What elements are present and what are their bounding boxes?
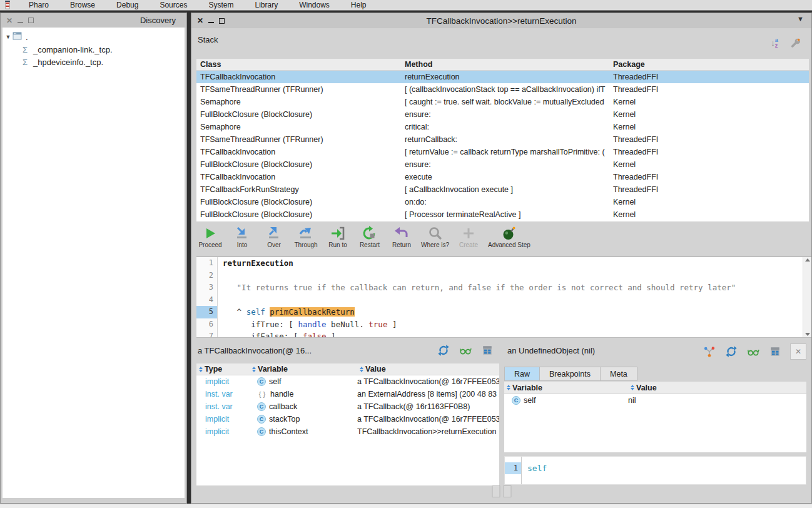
page-icon[interactable] [492, 485, 500, 497]
code-line[interactable]: returnExecution [223, 257, 803, 270]
toolbar-button-label: Where is? [421, 241, 449, 248]
code-line[interactable] [223, 294, 803, 307]
menu-item-library[interactable]: Library [251, 1, 282, 9]
browse-button[interactable] [480, 343, 494, 357]
stack-frame-row[interactable]: Semaphore[ caught := true. self wait. bl… [196, 96, 809, 108]
debugger-titlebar[interactable]: TFCallbackInvocation>>returnExecution ✕ … [191, 13, 811, 28]
column-header-value[interactable]: Value [357, 365, 499, 373]
inspector-editor-code[interactable]: self [522, 457, 547, 484]
through-button[interactable]: Through [293, 226, 318, 248]
stack-cell-method: on:do: [401, 198, 609, 206]
page-icon[interactable] [503, 485, 511, 497]
close-icon[interactable]: ✕ [197, 17, 203, 24]
tab-breakpoints[interactable]: Breakpoints [539, 367, 600, 381]
glasses-button[interactable] [746, 345, 760, 358]
variable-row[interactable]: inst. varCcallbacka TFCallback(@ 16r1163… [196, 400, 499, 413]
menu-item-browse[interactable]: Browse [66, 1, 99, 9]
where-is--button[interactable]: Where is? [421, 226, 449, 248]
proceed-button[interactable]: Proceed [198, 226, 223, 248]
close-icon[interactable]: ✕ [6, 17, 13, 24]
run-to-button[interactable]: Run to [325, 226, 350, 248]
code-editor[interactable]: 1234567 returnExecution "It returns true… [196, 257, 811, 338]
stack-frame-row[interactable]: TFCallbackInvocationreturnExecutionThrea… [196, 71, 809, 83]
code-line[interactable] [223, 270, 803, 282]
refresh-button[interactable] [437, 343, 450, 357]
inspector-right-title: an UndefinedObject (nil) [507, 346, 595, 355]
code-line[interactable]: ifTrue: [ handle beNull. true ] [223, 318, 803, 331]
menu-item-windows[interactable]: Windows [295, 1, 333, 9]
stack-frame-row[interactable]: FullBlockClosure (BlockClosure)[ Process… [196, 208, 809, 221]
column-header-variable[interactable]: Variable [250, 365, 357, 373]
column-header-type[interactable]: Type [196, 365, 250, 373]
column-header-package[interactable]: Package [609, 60, 809, 69]
minimize-icon[interactable] [208, 18, 214, 23]
variable-row[interactable]: Cselfnil [504, 394, 806, 407]
tab-raw[interactable]: Raw [504, 367, 539, 381]
code-line[interactable]: ifFalse: [ false ] [223, 330, 803, 337]
refresh-button[interactable] [724, 345, 738, 358]
menu-item-debug[interactable]: Debug [113, 1, 142, 9]
minimize-icon[interactable] [18, 18, 23, 23]
close-inspector-button[interactable]: ✕ [790, 343, 806, 360]
glasses-button[interactable] [459, 343, 472, 357]
column-header-class[interactable]: Class [196, 60, 401, 69]
maximize-icon[interactable] [219, 18, 225, 24]
column-header-method[interactable]: Method [401, 60, 609, 69]
browse-button[interactable] [768, 345, 782, 358]
sort-az-button[interactable]: ↓az [768, 36, 781, 50]
stack-table-header[interactable]: ClassMethodPackage [196, 59, 809, 71]
editor-scrollbar[interactable] [803, 257, 811, 337]
stack-frame-row[interactable]: TFCallbackInvocation[ returnValue := cal… [196, 146, 809, 158]
toolbar-button-label: Return [392, 241, 411, 248]
stack-frame-row[interactable]: TFSameThreadRunner (TFRunner)[ (callback… [196, 83, 809, 96]
variable-name: Cself [250, 377, 357, 386]
stack-frame-row[interactable]: TFCallbackInvocationexecuteThreadedFFI [196, 171, 809, 183]
column-header-value[interactable]: Value [628, 384, 806, 392]
glasses-icon [747, 345, 759, 358]
toolbar-button-label: Create [459, 241, 478, 248]
editor-code[interactable]: returnExecution "It returns true if the … [218, 257, 803, 337]
menu-item-sources[interactable]: Sources [156, 1, 191, 9]
tree-item[interactable]: Σ_hpdeviceinfo._tcp. [4, 56, 183, 68]
over-button[interactable]: Over [261, 226, 287, 248]
stack-frame-row[interactable]: TFSameThreadRunner (TFRunner)returnCallb… [196, 133, 809, 146]
column-header-variable[interactable]: Variable [504, 384, 628, 392]
scroll-up-icon[interactable] [805, 258, 810, 262]
code-line[interactable]: "It returns true if the callback can ret… [223, 282, 803, 294]
variable-row[interactable]: implicitCthisContextTFCallbackInvocation… [196, 425, 499, 438]
maximize-icon[interactable] [28, 18, 34, 23]
stack-settings-button[interactable] [789, 36, 803, 50]
stack-frame-row[interactable]: FullBlockClosure (BlockClosure)ensure:Ke… [196, 108, 809, 121]
branch-button[interactable] [703, 345, 716, 358]
stack-frame-row[interactable]: TFCallbackForkRunStrategy[ aCallbackInvo… [196, 183, 809, 196]
discovery-titlebar[interactable]: ✕ Discovery [1, 13, 186, 28]
code-line[interactable]: ^ self primCallbackReturn [223, 306, 803, 318]
restart-button[interactable]: Restart [357, 226, 382, 248]
variable-row[interactable]: implicitCstackTopa TFCallbackInvocation(… [196, 413, 499, 425]
menu-item-help[interactable]: Help [347, 1, 370, 9]
variable-name: Ccallback [250, 402, 357, 411]
inspector-left-header[interactable]: TypeVariableValue [196, 363, 499, 375]
inspector-code-editor[interactable]: 1 self [504, 456, 806, 485]
variable-name: Cself [504, 396, 628, 405]
stack-frame-row[interactable]: FullBlockClosure (BlockClosure)on:do:Ker… [196, 196, 809, 208]
inspector-right-header[interactable]: VariableValue [504, 382, 806, 394]
menu-item-system[interactable]: System [205, 1, 237, 9]
advanced-step-button[interactable]: Advanced Step [488, 226, 530, 248]
scroll-down-icon[interactable] [805, 333, 810, 336]
variable-name-label: self [269, 377, 281, 386]
variable-value: a TFCallback(@ 16r1163FF0B8) [357, 402, 499, 411]
expand-caret-icon[interactable]: ▼ [4, 34, 13, 40]
tree-root-item[interactable]: ▼. [4, 31, 183, 43]
return-button[interactable]: Return [389, 226, 414, 248]
tree-item[interactable]: Σ_companion-link._tcp. [4, 43, 183, 56]
menu-item-pharo[interactable]: Pharo [25, 1, 53, 9]
tab-meta[interactable]: Meta [600, 367, 637, 381]
variable-row[interactable]: inst. var{ }handlean ExternalAddress [8 … [196, 388, 499, 400]
into-button[interactable]: Into [230, 226, 255, 248]
stack-frame-row[interactable]: FullBlockClosure (BlockClosure)ensure:Ke… [196, 158, 809, 171]
window-menu-chevron-icon[interactable]: ▼ [797, 15, 804, 23]
stack-frame-row[interactable]: Semaphorecritical:Kernel [196, 121, 809, 133]
class-icon: C [257, 377, 266, 386]
variable-row[interactable]: implicitCselfa TFCallbackInvocation(@ 16… [196, 375, 499, 388]
